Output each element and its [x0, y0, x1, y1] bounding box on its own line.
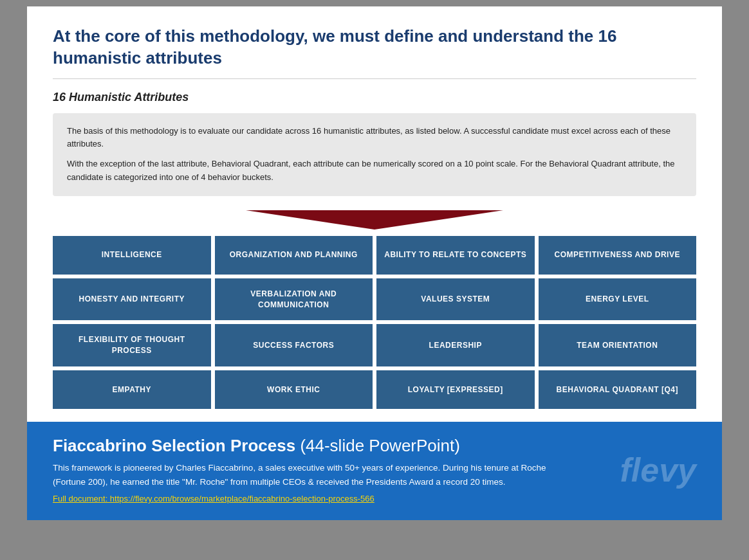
- grid-cell: COMPETITIVENESS AND DRIVE: [539, 236, 697, 275]
- grid-cell: LEADERSHIP: [376, 324, 535, 366]
- footer: Fiaccabrino Selection Process (44-slide …: [27, 422, 722, 520]
- description-text-2: With the exception of the last attribute…: [67, 158, 682, 185]
- arrow-container: [53, 210, 696, 230]
- attributes-grid: INTELLIGENCEORGANIZATION AND PLANNINGABI…: [53, 236, 696, 409]
- grid-cell: VALUES SYSTEM: [376, 278, 535, 321]
- description-text-1: The basis of this methodology is to eval…: [67, 125, 682, 152]
- grid-cell: ORGANIZATION AND PLANNING: [215, 236, 373, 275]
- grid-cell: ENERGY LEVEL: [539, 278, 697, 321]
- svg-marker-0: [246, 210, 503, 230]
- footer-description: This framework is pioneered by Charles F…: [53, 461, 568, 489]
- grid-cell: SUCCESS FACTORS: [215, 324, 373, 366]
- description-box: The basis of this methodology is to eval…: [53, 113, 696, 196]
- footer-title-normal: (44-slide PowerPoint): [295, 436, 460, 455]
- main-content: At the core of this methodology, we must…: [27, 6, 722, 422]
- footer-title-row: Fiaccabrino Selection Process (44-slide …: [53, 436, 696, 503]
- grid-cell: ABILITY TO RELATE TO CONCEPTS: [376, 236, 535, 275]
- grid-cell: HONESTY AND INTEGRITY: [53, 278, 211, 321]
- footer-title-bold: Fiaccabrino Selection Process: [53, 436, 295, 455]
- arrow-icon: [246, 210, 503, 230]
- page-wrapper: At the core of this methodology, we must…: [27, 6, 722, 520]
- grid-cell: BEHAVIORAL QUADRANT [Q4]: [539, 370, 697, 409]
- page-title: At the core of this methodology, we must…: [53, 26, 696, 79]
- grid-cell: FLEXIBILITY OF THOUGHT PROCESS: [53, 324, 211, 366]
- section-subtitle: 16 Humanistic Attributes: [53, 91, 696, 104]
- grid-cell: TEAM ORIENTATION: [539, 324, 697, 366]
- grid-cell: EMPATHY: [53, 370, 211, 409]
- footer-title-left: Fiaccabrino Selection Process (44-slide …: [53, 436, 607, 503]
- flevy-logo: flevy: [620, 451, 696, 489]
- grid-cell: VERBALIZATION AND COMMUNICATION: [215, 278, 373, 321]
- footer-link[interactable]: Full document: https://flevy.com/browse/…: [53, 494, 607, 503]
- grid-cell: WORK ETHIC: [215, 370, 373, 409]
- footer-main-title: Fiaccabrino Selection Process (44-slide …: [53, 436, 607, 456]
- grid-cell: INTELLIGENCE: [53, 236, 211, 275]
- grid-cell: LOYALTY [EXPRESSED]: [376, 370, 535, 409]
